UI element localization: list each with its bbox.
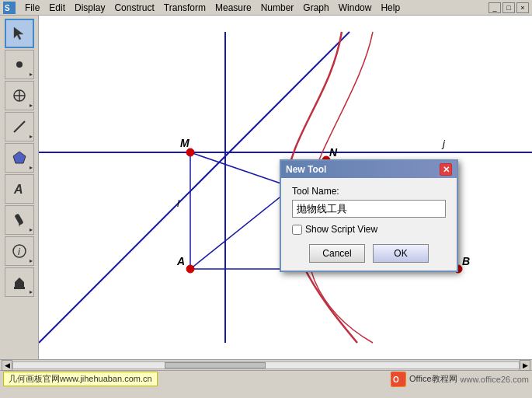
scroll-left-btn[interactable]: ◀ bbox=[2, 360, 12, 371]
svg-rect-15 bbox=[14, 287, 25, 289]
main-area: ▸ ▸ ▸ ▸ A bbox=[0, 16, 532, 359]
close-btn[interactable]: × bbox=[516, 2, 529, 13]
info-tool[interactable]: i ▸ bbox=[5, 236, 34, 266]
show-script-row: Show Script View bbox=[292, 224, 446, 235]
svg-text:A: A bbox=[13, 183, 23, 196]
canvas-area: M N A B j l New Tool bbox=[39, 16, 532, 359]
scroll-thumb[interactable] bbox=[165, 362, 266, 368]
geometry-canvas[interactable]: M N A B j l New Tool bbox=[39, 16, 532, 359]
menu-help[interactable]: Help bbox=[376, 1, 405, 15]
menubar: S File Edit Display Construct Transform … bbox=[0, 0, 532, 16]
svg-text:O: O bbox=[393, 375, 399, 384]
toolbox: ▸ ▸ ▸ ▸ A bbox=[0, 16, 39, 359]
point-tool[interactable]: ▸ bbox=[5, 50, 34, 79]
app-icon: S bbox=[2, 0, 17, 16]
dialog-close-button[interactable]: ✕ bbox=[440, 163, 452, 176]
svg-text:S: S bbox=[5, 4, 10, 12]
show-script-checkbox[interactable] bbox=[292, 225, 302, 235]
polygon-tool[interactable]: ▸ bbox=[5, 143, 34, 173]
logo-text: Office教程网 bbox=[409, 373, 457, 385]
tool-name-input[interactable] bbox=[292, 200, 446, 218]
scroll-right-btn[interactable]: ▶ bbox=[520, 360, 530, 371]
menu-construct[interactable]: Construct bbox=[110, 1, 158, 15]
cancel-button[interactable]: Cancel bbox=[309, 244, 365, 263]
compass-tool[interactable]: ▸ bbox=[5, 81, 34, 110]
dialog-body: Tool Name: Show Script View Cancel OK bbox=[281, 178, 457, 271]
dialog-buttons: Cancel OK bbox=[292, 244, 446, 263]
menu-display[interactable]: Display bbox=[70, 1, 110, 15]
svg-marker-2 bbox=[14, 27, 23, 40]
svg-point-3 bbox=[16, 61, 23, 68]
svg-rect-10 bbox=[14, 214, 23, 225]
statusbar: 几何画板官网www.jihehuaban.com.cn O Office教程网 … bbox=[0, 370, 532, 387]
menu-edit[interactable]: Edit bbox=[44, 1, 70, 15]
show-script-label[interactable]: Show Script View bbox=[305, 224, 377, 235]
svg-text:l: l bbox=[177, 197, 180, 209]
hand-tool[interactable]: ▸ bbox=[5, 267, 34, 297]
svg-text:A: A bbox=[176, 255, 185, 267]
menu-graph[interactable]: Graph bbox=[298, 1, 333, 15]
svg-point-28 bbox=[186, 265, 194, 273]
svg-text:B: B bbox=[462, 255, 470, 267]
scroll-track[interactable] bbox=[12, 361, 520, 369]
menu-number[interactable]: Number bbox=[256, 1, 299, 15]
svg-line-7 bbox=[14, 121, 25, 132]
svg-text:i: i bbox=[18, 246, 21, 257]
svg-marker-11 bbox=[19, 224, 20, 227]
svg-text:N: N bbox=[329, 146, 338, 159]
dialog-title: New Tool bbox=[286, 164, 326, 175]
menu-transform[interactable]: Transform bbox=[159, 1, 210, 15]
dialog-titlebar: New Tool ✕ bbox=[281, 161, 457, 178]
svg-marker-14 bbox=[15, 278, 24, 288]
select-tool[interactable] bbox=[5, 19, 34, 48]
logo-url: www.office26.com bbox=[461, 375, 529, 384]
svg-marker-8 bbox=[13, 152, 26, 163]
watermark-text: 几何画板官网www.jihehuaban.com.cn bbox=[3, 372, 158, 386]
marker-tool[interactable]: ▸ bbox=[5, 205, 34, 235]
menu-measure[interactable]: Measure bbox=[210, 1, 256, 15]
svg-text:M: M bbox=[180, 137, 190, 149]
ok-button[interactable]: OK bbox=[373, 244, 429, 263]
svg-text:j: j bbox=[441, 138, 446, 149]
svg-point-24 bbox=[186, 148, 194, 156]
maximize-btn[interactable]: □ bbox=[502, 2, 515, 13]
h-scrollbar[interactable]: ◀ ▶ bbox=[0, 359, 532, 370]
menu-window[interactable]: Window bbox=[334, 1, 377, 15]
office-icon: O bbox=[391, 372, 406, 387]
status-logo: O Office教程网 www.office26.com bbox=[391, 372, 529, 387]
tool-name-label: Tool Name: bbox=[292, 186, 446, 197]
new-tool-dialog: New Tool ✕ Tool Name: Show Script View C… bbox=[280, 159, 458, 272]
line-tool[interactable]: ▸ bbox=[5, 112, 34, 141]
minimize-btn[interactable]: _ bbox=[489, 2, 501, 13]
menu-file[interactable]: File bbox=[20, 1, 44, 15]
text-tool[interactable]: A bbox=[5, 174, 34, 204]
